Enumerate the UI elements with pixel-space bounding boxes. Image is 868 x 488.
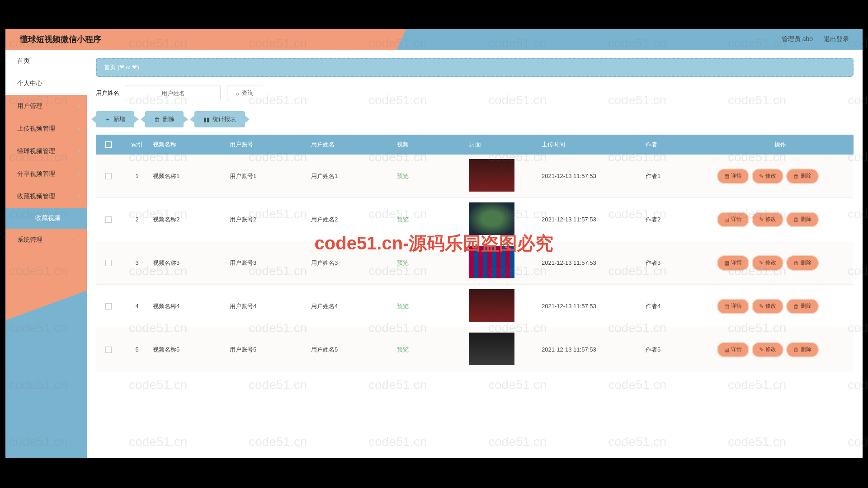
row-delete-button[interactable]: 🗑删除 (787, 256, 818, 270)
sidebar-item-system[interactable]: 系统管理▾ (5, 229, 87, 251)
doc-icon: ▤ (724, 347, 729, 353)
row-delete-button[interactable]: 🗑删除 (787, 300, 818, 313)
app-title: 懂球短视频微信小程序 (20, 34, 101, 45)
delete-button[interactable]: 🗑删除 (145, 111, 184, 127)
chevron-down-icon: ▾ (78, 237, 80, 243)
row-checkbox[interactable] (105, 303, 112, 310)
col-author: 作者 (646, 141, 718, 149)
search-label: 用户姓名 (96, 89, 119, 97)
cell-author: 作者4 (646, 302, 718, 310)
cell-author: 作者1 (646, 172, 718, 180)
cell-name: 视频名称1 (153, 172, 230, 180)
chevron-down-icon: ▾ (78, 103, 80, 109)
toolbar: ＋新增 🗑删除 ▮▮统计报表 (96, 111, 854, 127)
search-bar: 用户姓名 ⌕查询 (96, 85, 854, 101)
trash-icon: 🗑 (793, 173, 799, 179)
trash-icon: 🗑 (154, 116, 160, 123)
preview-link[interactable]: 预览 (397, 346, 409, 353)
row-delete-button[interactable]: 🗑删除 (787, 343, 818, 357)
col-index: 索引 (121, 141, 153, 149)
edit-button[interactable]: ✎修改 (753, 300, 783, 313)
edit-button[interactable]: ✎修改 (753, 213, 783, 226)
col-video: 视频 (397, 141, 469, 149)
search-button[interactable]: ⌕查询 (227, 85, 262, 101)
sidebar-item-football[interactable]: 懂球视频管理▾ (5, 140, 87, 163)
cell-account: 用户账号2 (230, 216, 311, 224)
sidebar-item-label: 首页 (17, 57, 30, 65)
preview-link[interactable]: 预览 (397, 303, 409, 310)
search-input[interactable] (126, 85, 221, 101)
preview-link[interactable]: 预览 (397, 173, 409, 179)
sidebar-item-label: 个人中心 (17, 80, 42, 88)
sidebar-item-share[interactable]: 分享视频管理▾ (5, 163, 87, 185)
edit-button[interactable]: ✎修改 (753, 256, 783, 270)
row-checkbox[interactable] (105, 347, 112, 353)
cell-username: 用户姓名2 (311, 216, 397, 224)
detail-button[interactable]: ▤详情 (718, 300, 748, 313)
select-all-checkbox[interactable] (105, 141, 112, 148)
logout-link[interactable]: 退出登录 (824, 35, 849, 43)
cell-username: 用户姓名4 (311, 302, 397, 310)
row-delete-button[interactable]: 🗑删除 (787, 169, 818, 183)
crumb-home[interactable]: 首页 (104, 64, 116, 70)
row-checkbox[interactable] (105, 260, 112, 266)
cover-thumbnail[interactable] (469, 333, 514, 365)
sidebar-item-home[interactable]: 首页 (5, 50, 87, 72)
cover-thumbnail[interactable] (469, 202, 514, 235)
sidebar-item-label: 收藏视频 (35, 214, 61, 222)
edit-icon: ✎ (759, 216, 764, 223)
table-row: 2视频名称2用户账号2用户姓名2预览2021-12-13 11:57:53作者2… (96, 198, 854, 241)
sidebar-item-profile[interactable]: 个人中心 (5, 72, 87, 95)
sidebar-item-users[interactable]: 用户管理▾ (5, 95, 87, 117)
sidebar-sub-favorite-video[interactable]: 收藏视频 (5, 208, 87, 229)
add-button[interactable]: ＋新增 (96, 111, 134, 127)
cell-index: 3 (121, 259, 153, 266)
cell-time: 2021-12-13 11:57:53 (542, 173, 646, 179)
chevron-down-icon: ▾ (78, 149, 80, 155)
col-time: 上传时间 (542, 141, 646, 149)
cover-thumbnail[interactable] (469, 289, 514, 322)
cell-name: 视频名称5 (153, 346, 230, 354)
row-checkbox[interactable] (105, 216, 112, 223)
col-account: 用户账号 (230, 141, 311, 149)
edit-button[interactable]: ✎修改 (753, 343, 783, 357)
trash-icon: 🗑 (793, 216, 799, 223)
detail-button[interactable]: ▤详情 (718, 256, 748, 270)
doc-icon: ▤ (724, 173, 729, 179)
cell-index: 5 (121, 346, 153, 353)
data-table: 索引 视频名称 用户账号 用户姓名 视频 封面 上传时间 作者 操作 1视频名称… (96, 135, 854, 371)
row-checkbox[interactable] (105, 173, 112, 179)
cell-index: 1 (121, 173, 153, 179)
cell-author: 作者3 (646, 259, 718, 267)
report-button[interactable]: ▮▮统计报表 (194, 111, 245, 127)
doc-icon: ▤ (724, 260, 729, 266)
cover-thumbnail[interactable] (469, 246, 514, 278)
cover-thumbnail[interactable] (469, 159, 514, 192)
doc-icon: ▤ (724, 303, 729, 310)
cell-name: 视频名称2 (153, 216, 230, 224)
sidebar-item-upload[interactable]: 上传视频管理▾ (5, 117, 87, 140)
col-ops: 操作 (718, 141, 854, 149)
sidebar-item-label: 用户管理 (17, 102, 42, 110)
detail-button[interactable]: ▤详情 (718, 169, 748, 183)
row-delete-button[interactable]: 🗑删除 (787, 213, 818, 226)
chevron-down-icon: ▾ (78, 171, 80, 177)
topbar-right: 管理员 abo 退出登录 (782, 29, 849, 50)
col-cover: 封面 (469, 141, 542, 149)
sidebar-item-label: 懂球视频管理 (17, 147, 55, 155)
table-row: 3视频名称3用户账号3用户姓名3预览2021-12-13 11:57:53作者3… (96, 241, 854, 285)
doc-icon: ▤ (724, 216, 729, 223)
trash-icon: 🗑 (793, 303, 799, 310)
breadcrumb: 首页 (❤ ω ❤) (96, 58, 854, 77)
preview-link[interactable]: 预览 (397, 216, 409, 223)
sidebar-item-favorite[interactable]: 收藏视频管理▾ (5, 185, 87, 208)
cell-account: 用户账号3 (230, 259, 311, 267)
sidebar-item-label: 分享视频管理 (17, 170, 55, 178)
cell-time: 2021-12-13 11:57:53 (542, 259, 646, 266)
detail-button[interactable]: ▤详情 (718, 343, 748, 357)
topbar: 懂球短视频微信小程序 管理员 abo 退出登录 (5, 29, 863, 50)
admin-label[interactable]: 管理员 abo (782, 35, 813, 43)
edit-button[interactable]: ✎修改 (753, 169, 783, 183)
detail-button[interactable]: ▤详情 (718, 213, 748, 226)
preview-link[interactable]: 预览 (397, 259, 409, 266)
